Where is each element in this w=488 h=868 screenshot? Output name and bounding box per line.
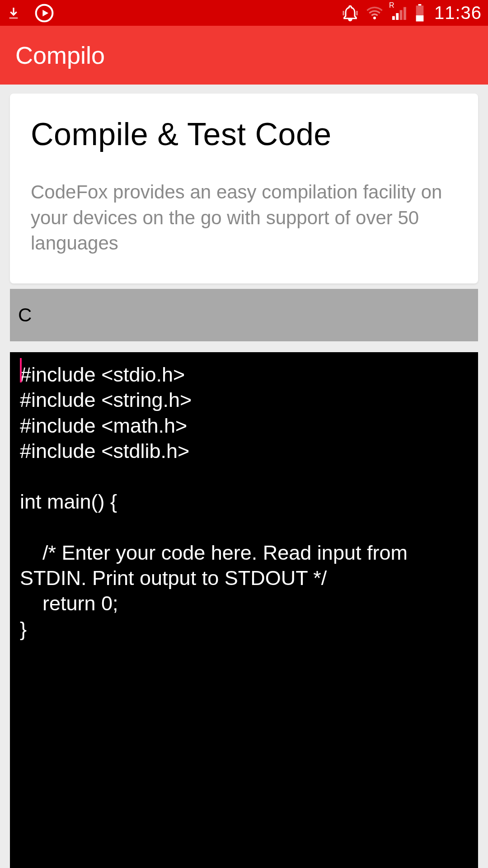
app-bar: Compilo xyxy=(0,26,488,85)
svg-rect-0 xyxy=(9,17,18,19)
svg-rect-5 xyxy=(400,10,403,20)
play-circle-icon xyxy=(34,3,54,23)
status-clock: 11:36 xyxy=(434,3,482,23)
svg-rect-7 xyxy=(418,4,422,5)
status-right: R 11:36 xyxy=(341,3,482,23)
code-editor-container xyxy=(10,347,478,868)
download-icon xyxy=(6,6,21,20)
ringer-vibrate-icon xyxy=(341,4,359,22)
battery-icon xyxy=(414,4,425,22)
svg-point-2 xyxy=(373,16,376,19)
card-description: CodeFox provides an easy compilation fac… xyxy=(31,179,457,256)
code-editor[interactable] xyxy=(10,352,478,868)
svg-rect-3 xyxy=(392,16,395,19)
status-left xyxy=(6,3,54,23)
svg-rect-4 xyxy=(396,13,399,20)
card-title: Compile & Test Code xyxy=(31,116,457,152)
status-bar: R 11:36 xyxy=(0,0,488,26)
intro-card: Compile & Test Code CodeFox provides an … xyxy=(10,94,478,283)
svg-rect-9 xyxy=(416,15,424,21)
content-area: Compile & Test Code CodeFox provides an … xyxy=(0,85,488,868)
wifi-icon xyxy=(366,4,384,22)
app-title: Compilo xyxy=(15,41,105,69)
language-selector[interactable]: C xyxy=(10,289,478,341)
signal-r-icon: R xyxy=(390,4,408,22)
svg-rect-6 xyxy=(404,7,406,19)
language-selected-label: C xyxy=(18,304,32,326)
